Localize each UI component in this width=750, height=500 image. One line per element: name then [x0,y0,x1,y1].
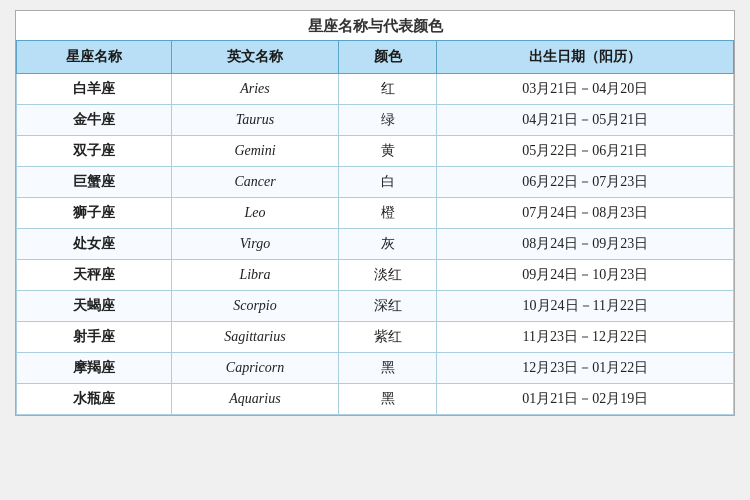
cell-chinese: 狮子座 [17,198,172,229]
cell-english: Aquarius [172,384,338,415]
cell-dates: 10月24日－11月22日 [437,291,734,322]
cell-chinese: 处女座 [17,229,172,260]
cell-chinese: 天秤座 [17,260,172,291]
cell-dates: 01月21日－02月19日 [437,384,734,415]
cell-chinese: 水瓶座 [17,384,172,415]
table-row: 水瓶座Aquarius黑01月21日－02月19日 [17,384,734,415]
table-row: 射手座Sagittarius紫红11月23日－12月22日 [17,322,734,353]
cell-color: 红 [338,74,437,105]
cell-english: Taurus [172,105,338,136]
page-title: 星座名称与代表颜色 [16,11,734,40]
cell-english: Scorpio [172,291,338,322]
cell-dates: 05月22日－06月21日 [437,136,734,167]
cell-dates: 07月24日－08月23日 [437,198,734,229]
cell-chinese: 白羊座 [17,74,172,105]
cell-color: 淡红 [338,260,437,291]
cell-chinese: 金牛座 [17,105,172,136]
cell-english: Leo [172,198,338,229]
cell-color: 灰 [338,229,437,260]
table-row: 白羊座Aries红03月21日－04月20日 [17,74,734,105]
cell-color: 黑 [338,353,437,384]
table-header-row: 星座名称 英文名称 颜色 出生日期（阳历） [17,41,734,74]
cell-english: Sagittarius [172,322,338,353]
cell-chinese: 天蝎座 [17,291,172,322]
cell-color: 紫红 [338,322,437,353]
cell-color: 深红 [338,291,437,322]
cell-english: Cancer [172,167,338,198]
cell-dates: 04月21日－05月21日 [437,105,734,136]
cell-dates: 11月23日－12月22日 [437,322,734,353]
cell-chinese: 射手座 [17,322,172,353]
cell-dates: 08月24日－09月23日 [437,229,734,260]
col-header-chinese: 星座名称 [17,41,172,74]
cell-dates: 12月23日－01月22日 [437,353,734,384]
cell-dates: 09月24日－10月23日 [437,260,734,291]
main-container: 星座名称与代表颜色 星座名称 英文名称 颜色 出生日期（阳历） 白羊座Aries… [15,10,735,416]
cell-dates: 06月22日－07月23日 [437,167,734,198]
col-header-english: 英文名称 [172,41,338,74]
table-row: 摩羯座Capricorn黑12月23日－01月22日 [17,353,734,384]
cell-dates: 03月21日－04月20日 [437,74,734,105]
cell-color: 黄 [338,136,437,167]
cell-english: Aries [172,74,338,105]
cell-chinese: 双子座 [17,136,172,167]
table-row: 处女座Virgo灰08月24日－09月23日 [17,229,734,260]
cell-english: Capricorn [172,353,338,384]
table-row: 天蝎座Scorpio深红10月24日－11月22日 [17,291,734,322]
table-row: 金牛座Taurus绿04月21日－05月21日 [17,105,734,136]
cell-color: 白 [338,167,437,198]
table-row: 双子座Gemini黄05月22日－06月21日 [17,136,734,167]
cell-color: 绿 [338,105,437,136]
cell-color: 黑 [338,384,437,415]
cell-english: Virgo [172,229,338,260]
cell-color: 橙 [338,198,437,229]
cell-chinese: 巨蟹座 [17,167,172,198]
table-row: 天秤座Libra淡红09月24日－10月23日 [17,260,734,291]
zodiac-table: 星座名称 英文名称 颜色 出生日期（阳历） 白羊座Aries红03月21日－04… [16,40,734,415]
table-row: 狮子座Leo橙07月24日－08月23日 [17,198,734,229]
cell-chinese: 摩羯座 [17,353,172,384]
col-header-dates: 出生日期（阳历） [437,41,734,74]
cell-english: Libra [172,260,338,291]
cell-english: Gemini [172,136,338,167]
table-row: 巨蟹座Cancer白06月22日－07月23日 [17,167,734,198]
col-header-color: 颜色 [338,41,437,74]
